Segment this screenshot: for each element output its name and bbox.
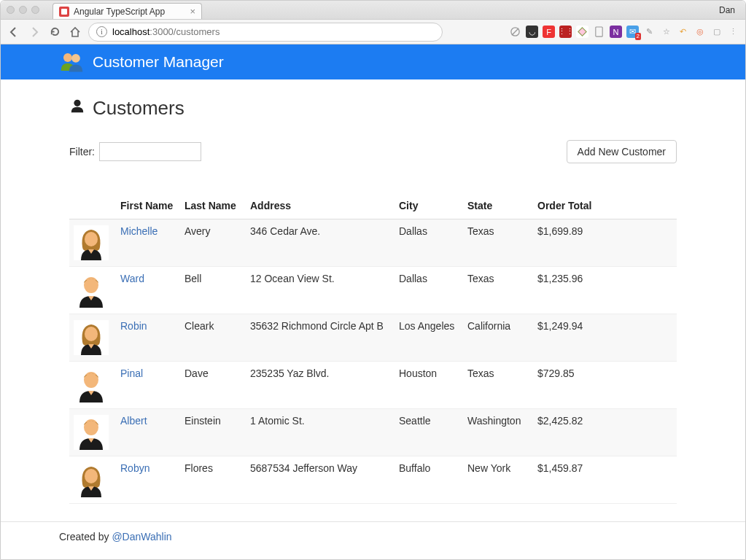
col-header-address[interactable]: Address — [246, 192, 395, 219]
cell-first-name: Ward — [116, 267, 180, 314]
customer-name-link[interactable]: Pinal — [120, 368, 143, 379]
avatar-cell — [69, 362, 116, 409]
browser-toolbar: i localhost:3000/customers ◡ F ⋮⋮ N ✉2 ✎… — [1, 20, 745, 44]
avatar-cell — [69, 409, 116, 456]
app-title[interactable]: Customer Manager — [93, 53, 224, 71]
forward-button[interactable] — [27, 25, 42, 39]
ext-icon-device[interactable] — [593, 26, 605, 38]
cell-city: Seattle — [395, 409, 463, 456]
table-row: AlbertEinstein1 Atomic St.SeattleWashing… — [69, 409, 677, 456]
cell-last-name: Bell — [180, 267, 246, 314]
cell-order-total: $1,235.96 — [533, 267, 677, 314]
ext-icon-red[interactable]: ⋮⋮ — [559, 26, 572, 38]
cell-city: Los Angeles — [395, 314, 463, 362]
cell-city: Houston — [395, 362, 463, 409]
ext-icon-undo[interactable]: ↶ — [677, 26, 689, 38]
app-header: Customer Manager — [1, 44, 745, 79]
profile-name[interactable]: Dan — [719, 5, 739, 15]
cell-state: Washington — [463, 409, 533, 456]
add-new-customer-button[interactable]: Add New Customer — [567, 140, 677, 163]
reload-button[interactable] — [47, 25, 62, 39]
tab-title: Angular TypeScript App — [74, 7, 165, 17]
back-button[interactable] — [7, 25, 21, 39]
filter-input[interactable] — [99, 142, 201, 161]
chrome-menu-icon[interactable]: ⋮ — [727, 26, 739, 38]
app-viewport: Customer Manager Customers Filter: Add N… — [1, 44, 745, 559]
controls-row: Filter: Add New Customer — [69, 140, 677, 163]
col-header-first-name[interactable]: First Name — [116, 192, 180, 219]
cell-first-name: Robin — [116, 314, 180, 362]
cell-first-name: Pinal — [116, 362, 180, 409]
avatar-cell — [69, 456, 116, 504]
ext-badge: 2 — [635, 33, 641, 40]
ext-icon-1[interactable] — [509, 26, 521, 38]
col-header-state[interactable]: State — [463, 192, 533, 219]
cell-address: 1 Atomic St. — [246, 409, 395, 456]
cell-state: Texas — [463, 219, 533, 267]
cell-first-name: Albert — [116, 409, 180, 456]
browser-window: Angular TypeScript App × Dan i localhost… — [0, 0, 746, 560]
tab-close-icon[interactable]: × — [190, 6, 195, 17]
col-header-order-total[interactable]: Order Total — [533, 192, 677, 219]
ext-icon-target[interactable]: ◎ — [693, 26, 706, 38]
ext-icon-diamond[interactable] — [576, 26, 588, 38]
customer-name-link[interactable]: Robin — [120, 320, 147, 332]
avatar-cell — [69, 267, 116, 314]
cell-state: New York — [463, 456, 533, 504]
avatar-cell — [69, 219, 116, 267]
page-body: Customers Filter: Add New Customer First… — [1, 79, 745, 511]
cell-order-total: $1,699.89 — [533, 219, 677, 267]
customer-name-link[interactable]: Ward — [120, 273, 144, 284]
avatar-f-icon — [74, 225, 109, 260]
ext-icon-wand[interactable]: ✎ — [643, 26, 656, 38]
customers-table: First Name Last Name Address City State … — [69, 192, 677, 504]
browser-tab[interactable]: Angular TypeScript App × — [53, 3, 202, 19]
col-header-last-name[interactable]: Last Name — [180, 192, 246, 219]
cell-order-total: $1,459.87 — [533, 456, 677, 504]
ext-icon-box[interactable]: ▢ — [710, 26, 723, 38]
avatar-m-icon — [74, 273, 109, 308]
url-text: localhost:3000/customers — [112, 26, 219, 37]
svg-rect-8 — [61, 9, 67, 15]
table-row: PinalDave235235 Yaz Blvd.HoustonTexas$72… — [69, 362, 677, 409]
cell-state: Texas — [463, 362, 533, 409]
col-header-city[interactable]: City — [395, 192, 463, 219]
filter-label: Filter: — [69, 146, 95, 158]
traffic-minimize[interactable] — [19, 6, 27, 14]
cell-state: California — [463, 314, 533, 362]
url-path: /customers — [174, 26, 220, 37]
page-title-text: Customers — [93, 97, 184, 120]
avatar-f-icon — [74, 320, 109, 355]
table-row: RobynFlores5687534 Jefferson WayBuffaloN… — [69, 456, 677, 504]
traffic-close[interactable] — [7, 6, 15, 14]
svg-rect-11 — [596, 27, 602, 36]
cell-first-name: Michelle — [116, 219, 180, 267]
bookmark-star-icon[interactable]: ☆ — [660, 26, 672, 38]
tab-favicon — [59, 7, 69, 17]
customer-name-link[interactable]: Albert — [120, 415, 147, 427]
table-row: RobinCleark35632 Richmond Circle Apt BLo… — [69, 314, 677, 362]
cell-address: 235235 Yaz Blvd. — [246, 362, 395, 409]
cell-address: 35632 Richmond Circle Apt B — [246, 314, 395, 362]
window-titlebar: Angular TypeScript App × Dan — [1, 1, 745, 20]
cell-address: 5687534 Jefferson Way — [246, 456, 395, 504]
traffic-zoom[interactable] — [31, 6, 39, 14]
cell-address: 12 Ocean View St. — [246, 267, 395, 314]
cell-last-name: Avery — [180, 219, 246, 267]
ext-icon-onenote[interactable]: N — [610, 26, 622, 38]
ext-icon-pocket[interactable]: ◡ — [526, 26, 538, 38]
ext-icon-chat[interactable]: ✉2 — [626, 26, 639, 38]
svg-line-10 — [512, 28, 518, 35]
cell-address: 346 Cedar Ave. — [246, 219, 395, 267]
ext-icon-flipboard[interactable]: F — [543, 26, 555, 38]
cell-first-name: Robyn — [116, 456, 180, 504]
cell-last-name: Dave — [180, 362, 246, 409]
customer-name-link[interactable]: Michelle — [120, 225, 158, 237]
cell-city: Buffalo — [395, 456, 463, 504]
home-button[interactable] — [68, 25, 82, 39]
url-bar[interactable]: i localhost:3000/customers — [88, 23, 443, 42]
extension-icons: ◡ F ⋮⋮ N ✉2 ✎ ☆ ↶ ◎ ▢ ⋮ — [509, 26, 739, 38]
footer-author-link[interactable]: @DanWahlin — [112, 531, 171, 542]
customer-name-link[interactable]: Robyn — [120, 462, 149, 474]
site-info-icon[interactable]: i — [96, 26, 107, 37]
